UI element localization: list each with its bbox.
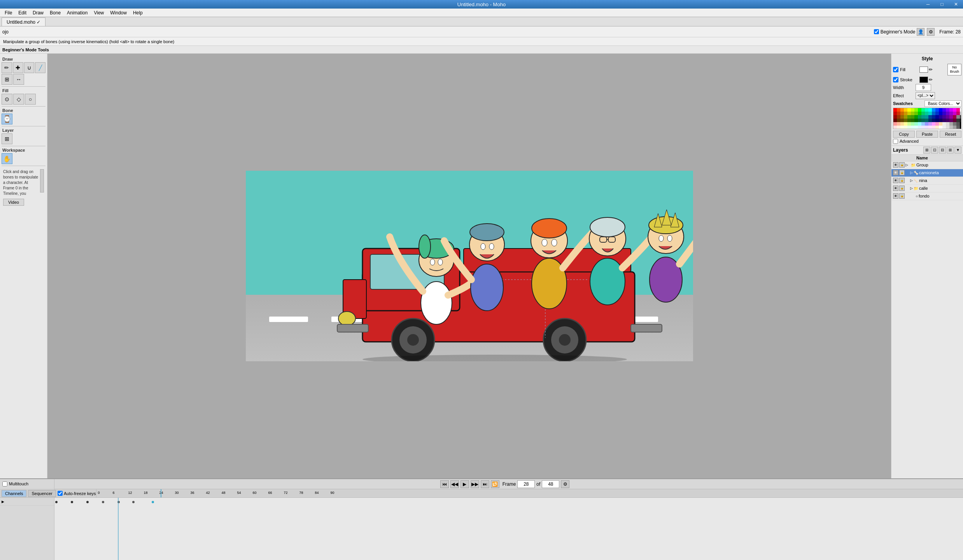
total-frames-input[interactable]: 48	[542, 480, 559, 488]
ruler-num-84: 84	[315, 491, 319, 495]
layer-lock-camioneta[interactable]: 🔒	[899, 170, 905, 175]
layer-vis-calle[interactable]: 👁	[893, 186, 898, 191]
keyframe-0	[55, 501, 58, 503]
layers-expand-icon[interactable]: ▼	[954, 147, 961, 154]
layers-icon-1[interactable]: ⊞	[923, 147, 930, 154]
layer-row-nina[interactable]: 👁 🔒 ▷ 🦴 nina	[891, 177, 963, 185]
timeline-tracks[interactable]	[54, 498, 963, 560]
svg-point-31	[542, 239, 547, 246]
menu-animation[interactable]: Animation	[64, 9, 91, 16]
layer-vis-camioneta[interactable]: 👁	[893, 170, 898, 175]
fill-tool-paint[interactable]: ⊙	[2, 94, 12, 105]
layer-row-group[interactable]: 👁 🔒 ▷ 📁 Group	[891, 161, 963, 169]
left-tools-panel: Draw ✏ ✚ ∪ ╱ ⊞ ↔ Fill ⊙ ◇ ○ Bone ⌚ Layer…	[0, 54, 47, 478]
swatches-dropdown[interactable]: Basic Colors...	[924, 100, 961, 107]
auto-freeze-checkbox[interactable]	[58, 491, 63, 496]
reset-button[interactable]: Reset	[940, 131, 961, 138]
bone-tool-manipulate[interactable]: ⌚	[2, 114, 12, 124]
timeline-left-header: Channels Sequencer	[0, 489, 54, 497]
svg-rect-49	[900, 108, 904, 112]
multitouch-checkbox[interactable]	[2, 481, 7, 486]
fill-tool-circle[interactable]: ○	[25, 94, 36, 105]
layer-row-camioneta[interactable]: 👁 🔒 ▷ 🦴 camioneta	[891, 169, 963, 177]
layer-row-fondo[interactable]: 👁 🔒 ○ fondo	[891, 192, 963, 200]
layer-lock-group[interactable]: 🔒	[899, 162, 905, 168]
svg-rect-143	[949, 122, 953, 126]
settings-button[interactable]: ⚙	[561, 480, 569, 488]
frame-counter: Frame: 28	[939, 29, 961, 35]
channels-tab[interactable]: Channels	[2, 490, 26, 497]
beginners-mode-checkbox[interactable]	[874, 29, 879, 34]
loop-button[interactable]: 🔁	[491, 480, 499, 488]
menu-view[interactable]: View	[91, 9, 107, 16]
layer-name-camioneta: camioneta	[919, 170, 939, 175]
frame-input[interactable]: 28	[517, 480, 535, 488]
layer-lock-fondo[interactable]: 🔒	[899, 193, 905, 199]
width-input[interactable]: 9	[916, 84, 931, 91]
fill-checkbox[interactable]	[893, 67, 898, 72]
stroke-edit-icon[interactable]: ✏	[929, 77, 933, 82]
menu-help[interactable]: Help	[130, 9, 146, 16]
layer-lock-calle[interactable]: 🔒	[899, 186, 905, 191]
play-button[interactable]: ▶	[460, 480, 469, 488]
layer-expand-nina[interactable]: ▷	[910, 178, 913, 182]
next-frame-button[interactable]: ▶▶	[471, 480, 479, 488]
layer-name-fondo: fondo	[919, 194, 930, 198]
svg-rect-144	[953, 122, 956, 126]
stroke-color-swatch[interactable]	[919, 77, 928, 83]
stroke-checkbox[interactable]	[893, 77, 898, 82]
video-button[interactable]: Video	[3, 199, 24, 206]
goto-start-button[interactable]: ⏮	[440, 480, 449, 488]
close-button[interactable]: ✕	[949, 0, 963, 9]
draw-tool-add-point[interactable]: ✚	[13, 62, 23, 73]
prev-frame-button[interactable]: ◀◀	[450, 480, 459, 488]
layer-expand-camioneta[interactable]: ▷	[910, 171, 913, 175]
svg-rect-131	[907, 122, 911, 126]
draw-tool-curve[interactable]: ∪	[24, 62, 35, 73]
fill-edit-icon[interactable]: ✏	[929, 67, 933, 72]
workspace-scrollbar[interactable]	[40, 169, 44, 192]
layers-icon-3[interactable]: ⊟	[939, 147, 946, 154]
layer-vis-group[interactable]: 👁	[893, 162, 898, 168]
layer-lock-nina[interactable]: 🔒	[899, 178, 905, 183]
menu-window[interactable]: Window	[107, 9, 130, 16]
layer-vis-nina[interactable]: 👁	[893, 178, 898, 183]
fill-tools-row1: ⊙ ◇ ○	[2, 94, 46, 105]
menu-bone[interactable]: Bone	[47, 9, 64, 16]
sequencer-tab[interactable]: Sequencer	[28, 490, 56, 497]
copy-button[interactable]: Copy	[893, 131, 915, 138]
layer-vis-fondo[interactable]: 👁	[893, 193, 898, 199]
layers-icon-4[interactable]: ⊞	[947, 147, 954, 154]
fill-tool-diamond[interactable]: ◇	[13, 94, 24, 105]
menu-draw[interactable]: Draw	[30, 9, 47, 16]
layer-row-calle[interactable]: 👁 🔒 ▷ 📁 calle	[891, 185, 963, 192]
fill-color-swatch[interactable]	[919, 66, 928, 73]
draw-tool-pencil[interactable]: ✏	[2, 62, 12, 73]
user-icon[interactable]: 👤	[917, 28, 924, 36]
maximize-button[interactable]: □	[935, 0, 949, 9]
layer-expand-calle[interactable]: ▷	[910, 186, 913, 190]
minimize-button[interactable]: ─	[921, 0, 935, 9]
svg-rect-53	[914, 108, 918, 112]
style-panel: Style Fill ✏ NoBrush Stroke ✏ Width 9	[891, 54, 963, 146]
goto-end-button[interactable]: ⏭	[481, 480, 489, 488]
workspace-tool-hand[interactable]: ✋	[2, 153, 12, 164]
layers-icon-2[interactable]: ⊡	[931, 147, 938, 154]
layer-expand-group[interactable]: ▷	[905, 163, 911, 167]
advanced-checkbox[interactable]	[893, 139, 898, 144]
menu-file[interactable]: File	[2, 9, 15, 16]
color-swatches-grid[interactable]	[893, 108, 961, 129]
effect-select[interactable]: <pl...>	[916, 92, 935, 99]
draw-tool-brush[interactable]: ╱	[35, 62, 46, 73]
document-tab[interactable]: Untitled.moho ✓	[2, 18, 46, 26]
paste-button[interactable]: Paste	[916, 131, 938, 138]
menu-edit[interactable]: Edit	[15, 9, 30, 16]
draw-tool-transform[interactable]: ↔	[13, 74, 24, 85]
layer-tool-transform[interactable]: ⊞	[2, 133, 12, 144]
canvas-area[interactable]	[47, 54, 891, 478]
ruler-num-24: 24	[159, 491, 163, 495]
settings-icon[interactable]: ⚙	[927, 28, 935, 36]
timeline-left-panel: ▶	[0, 498, 54, 560]
draw-tool-select[interactable]: ⊞	[2, 74, 12, 85]
layer-tools-row: ⊞	[2, 133, 46, 144]
